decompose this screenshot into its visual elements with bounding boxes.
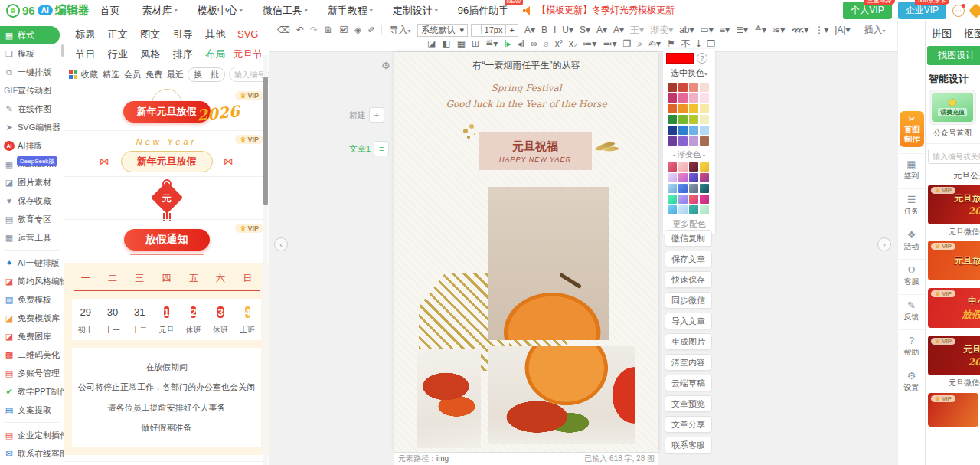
tag-icon[interactable]: ◈ xyxy=(351,25,364,35)
format-brush-icon[interactable]: ✐ xyxy=(364,25,378,35)
canvas-text-line[interactable]: 有“一蓑烟雨任平生”的从容 xyxy=(394,59,658,72)
current-color-swatch[interactable] xyxy=(666,53,694,64)
insert-button[interactable]: 插入▾ xyxy=(861,24,890,37)
action-button[interactable]: 文章预览 xyxy=(665,395,712,412)
template-tab[interactable]: 图文 xyxy=(134,27,167,41)
autumn-leaves-photo[interactable] xyxy=(417,349,481,448)
app-logo[interactable]: 96 Ai 编辑器 xyxy=(6,3,90,18)
template-tab[interactable]: 节日 xyxy=(69,47,102,61)
collapse-left-arrow[interactable]: ‹ xyxy=(274,237,288,251)
word-import-icon[interactable]: 🗎 xyxy=(321,25,336,35)
highlight-color-icon[interactable]: A▾ xyxy=(593,25,610,35)
template-scrollbar[interactable] xyxy=(263,55,268,465)
color-swatch[interactable] xyxy=(700,93,709,103)
sidebar-tool-item[interactable]: ▩ 二维码美化 xyxy=(0,345,64,364)
find-replace-icon[interactable]: ⌕ xyxy=(634,38,645,49)
filter-label[interactable]: 精选 xyxy=(103,69,119,80)
gradient-text-icon[interactable]: 渐变▾ xyxy=(647,24,676,37)
color-swatch[interactable] xyxy=(700,83,709,92)
template-tab[interactable]: 元旦节 xyxy=(232,47,265,61)
enterprise-vip-button[interactable]: 企业VIP 500京东卡 xyxy=(898,2,946,19)
gradient-swatch[interactable] xyxy=(668,184,677,193)
gradient-swatch[interactable] xyxy=(668,205,677,214)
import-button[interactable]: 导入▾ xyxy=(385,24,414,37)
article-tab[interactable]: 文章1 ≡ xyxy=(349,141,389,156)
design-tab[interactable]: 拼图 xyxy=(932,27,952,41)
help-icon[interactable]: ? xyxy=(697,53,707,64)
align-left-icon[interactable]: ≣▾ xyxy=(733,25,751,35)
sidebar-item[interactable]: ▦ 样式 xyxy=(0,26,60,44)
color-swatch[interactable] xyxy=(700,104,709,113)
fullscreen-icon[interactable]: ❒ xyxy=(704,38,718,49)
font-family-select[interactable]: 系统默认▾ xyxy=(417,24,468,37)
design-search[interactable]: ⌕ xyxy=(928,149,980,164)
sidebar-tool-item[interactable]: ✦ AI一键排版 xyxy=(0,254,64,272)
case-icon[interactable]: ab▾ xyxy=(676,25,697,35)
canvas-text-line[interactable]: Good luck in the Year of the Horse xyxy=(394,99,658,110)
template-card-knot[interactable]: 元 xyxy=(64,176,269,219)
bold-icon[interactable]: B xyxy=(538,25,550,35)
signature-icon[interactable]: ✍▾ xyxy=(645,38,664,49)
gift-icon[interactable] xyxy=(969,3,980,18)
filter-label[interactable]: 收藏 xyxy=(81,69,98,80)
gradient-swatch[interactable] xyxy=(700,205,709,214)
indent-icon[interactable]: ⋘▾ xyxy=(788,25,812,35)
ordered-list-icon[interactable]: ≔▾ xyxy=(580,38,599,49)
color-swatch[interactable] xyxy=(689,104,698,113)
design-template-thumbnail[interactable]: ♛VIP 中小学 放假通知 xyxy=(928,288,980,328)
rail-item[interactable]: Ω 客服 xyxy=(898,259,925,294)
sidebar-item[interactable]: ▤ 教育专区 xyxy=(0,210,64,228)
distribute-icon[interactable]: ≋▾ xyxy=(769,25,788,35)
action-button[interactable]: 文章分享 xyxy=(665,416,712,433)
gradient-swatch[interactable] xyxy=(668,195,677,204)
check-doc-icon[interactable]: 🗹 xyxy=(336,25,351,35)
nav-item[interactable]: 96插件助手 NEW xyxy=(458,4,511,18)
color-swatch[interactable] xyxy=(678,93,688,103)
gradient-swatch[interactable] xyxy=(689,162,698,172)
template-card-newyear-2026[interactable]: ♛VIP ✓ 新年元旦放假 2026 xyxy=(64,87,269,130)
template-card-more[interactable]: ♛VIP 查看全部素材 xyxy=(64,461,269,465)
paste-icon[interactable]: ❐ xyxy=(619,38,634,49)
sidebar-bottom-item[interactable]: ▤ 企业定制插件 xyxy=(0,426,64,444)
cover-template-card[interactable]: 话费充值 公众号首图 xyxy=(929,90,976,139)
action-button[interactable]: 保存文章 xyxy=(665,251,712,267)
text-direction-icon[interactable]: I▸ xyxy=(501,38,514,49)
gradient-swatch[interactable] xyxy=(700,162,709,172)
line-style-icon[interactable]: ⋮▾ xyxy=(812,25,831,35)
collapse-right-arrow[interactable]: › xyxy=(877,237,891,251)
find-image-design-button[interactable]: 找图设计 xyxy=(927,46,980,65)
pattern-icon[interactable]: ▦ xyxy=(454,38,469,49)
action-button[interactable]: 快速保存 xyxy=(665,271,712,288)
color-swatch[interactable] xyxy=(668,126,677,135)
color-swatch[interactable] xyxy=(668,136,677,146)
template-tab[interactable]: 排序 xyxy=(167,47,200,61)
redo-icon[interactable]: ↷ xyxy=(307,25,321,35)
template-tab[interactable]: 行业 xyxy=(102,47,135,61)
design-tab[interactable]: 抠图 xyxy=(964,27,980,41)
nav-item[interactable]: 首页 xyxy=(100,4,122,18)
color-swatch[interactable] xyxy=(678,126,688,135)
color-swatch[interactable] xyxy=(689,93,698,103)
filter-label[interactable]: 免费 xyxy=(145,69,162,80)
template-card-holiday-notice[interactable]: ♛VIP 放假通知 一二三四五六日 29 初十 xyxy=(64,219,269,461)
action-button[interactable]: 生成图片 xyxy=(665,333,712,350)
table-icon[interactable]: ⊞ xyxy=(469,38,482,49)
color-swatch[interactable] xyxy=(689,126,698,135)
element-path-value[interactable]: img xyxy=(436,454,449,463)
more-colors-link[interactable]: 更多配色 xyxy=(666,218,712,230)
no-format-icon[interactable]: 不 xyxy=(678,38,694,51)
subscript-icon[interactable]: x₂ xyxy=(566,38,580,49)
sidebar-tool-item[interactable]: ◪ 免费模版库 xyxy=(0,309,64,327)
article-tab[interactable]: 新建 + xyxy=(349,107,389,123)
template-tab[interactable]: 正文 xyxy=(102,27,135,41)
gradient-swatch[interactable] xyxy=(678,162,688,172)
template-tab[interactable]: 其他 xyxy=(199,27,232,41)
persimmon-photo-top[interactable] xyxy=(488,187,609,340)
color-swatch[interactable] xyxy=(668,83,677,92)
rail-item[interactable]: ❖ 活动 xyxy=(898,224,925,259)
template-tab[interactable]: 布局 xyxy=(199,47,232,61)
scrollbar-thumb[interactable] xyxy=(263,77,268,205)
sidebar-bottom-item[interactable]: ✉ 联系在线客服 xyxy=(0,444,64,463)
sidebar-item[interactable]: GIF 宣传动图 xyxy=(0,81,64,100)
refresh-batch-button[interactable]: 换一批 xyxy=(188,67,225,82)
